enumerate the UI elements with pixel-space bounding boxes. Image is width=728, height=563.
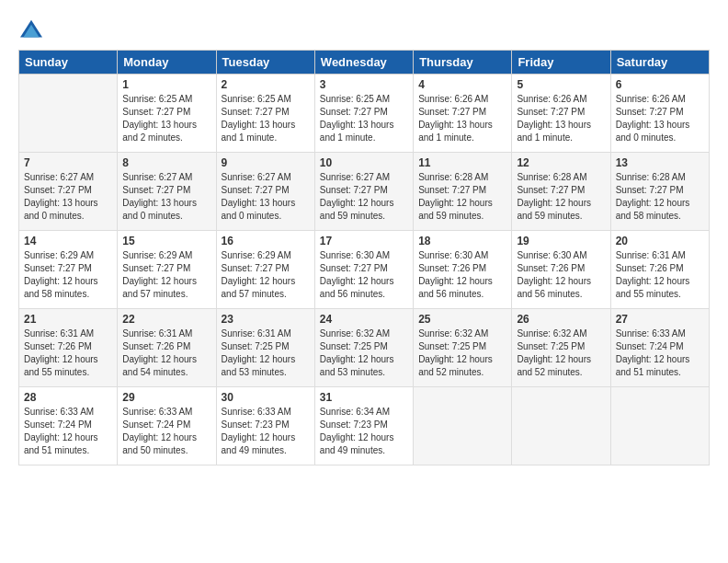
day-info: Sunrise: 6:27 AMSunset: 7:27 PMDaylight:… [122, 171, 210, 223]
day-cell: 30Sunrise: 6:33 AMSunset: 7:23 PMDayligh… [216, 387, 314, 465]
day-number: 20 [616, 235, 704, 247]
week-row-4: 21Sunrise: 6:31 AMSunset: 7:26 PMDayligh… [19, 309, 710, 387]
day-info: Sunrise: 6:27 AMSunset: 7:27 PMDaylight:… [320, 171, 408, 223]
header [18, 18, 710, 40]
day-info: Sunrise: 6:25 AMSunset: 7:27 PMDaylight:… [122, 93, 210, 144]
day-cell: 25Sunrise: 6:32 AMSunset: 7:25 PMDayligh… [414, 309, 512, 387]
day-info: Sunrise: 6:30 AMSunset: 7:27 PMDaylight:… [320, 249, 408, 301]
day-info: Sunrise: 6:33 AMSunset: 7:23 PMDaylight:… [222, 406, 310, 457]
week-row-3: 14Sunrise: 6:29 AMSunset: 7:27 PMDayligh… [19, 231, 710, 309]
day-cell: 3Sunrise: 6:25 AMSunset: 7:27 PMDaylight… [314, 75, 413, 153]
day-cell: 11Sunrise: 6:28 AMSunset: 7:27 PMDayligh… [414, 153, 512, 231]
day-number: 10 [320, 156, 408, 169]
day-cell: 7Sunrise: 6:27 AMSunset: 7:27 PMDaylight… [19, 153, 118, 231]
day-info: Sunrise: 6:27 AMSunset: 7:27 PMDaylight:… [222, 171, 310, 223]
calendar-table: SundayMondayTuesdayWednesdayThursdayFrid… [18, 50, 710, 465]
day-number: 8 [122, 156, 210, 169]
day-cell [19, 75, 118, 153]
day-cell [610, 387, 709, 465]
day-number: 31 [320, 391, 408, 404]
day-cell: 19Sunrise: 6:30 AMSunset: 7:26 PMDayligh… [512, 231, 610, 309]
col-header-sunday: Sunday [19, 51, 118, 75]
day-info: Sunrise: 6:33 AMSunset: 7:24 PMDaylight:… [24, 406, 112, 457]
day-cell: 2Sunrise: 6:25 AMSunset: 7:27 PMDaylight… [216, 75, 314, 153]
day-cell: 22Sunrise: 6:31 AMSunset: 7:26 PMDayligh… [118, 309, 216, 387]
day-cell: 4Sunrise: 6:26 AMSunset: 7:27 PMDaylight… [414, 75, 512, 153]
col-header-monday: Monday [118, 51, 216, 75]
day-number: 28 [24, 391, 112, 404]
day-cell: 1Sunrise: 6:25 AMSunset: 7:27 PMDaylight… [118, 75, 216, 153]
day-info: Sunrise: 6:31 AMSunset: 7:25 PMDaylight:… [222, 327, 310, 379]
day-cell: 15Sunrise: 6:29 AMSunset: 7:27 PMDayligh… [118, 231, 216, 309]
col-header-friday: Friday [512, 51, 610, 75]
day-info: Sunrise: 6:26 AMSunset: 7:27 PMDaylight:… [616, 93, 704, 144]
day-number: 14 [24, 235, 112, 247]
day-cell: 17Sunrise: 6:30 AMSunset: 7:27 PMDayligh… [314, 231, 413, 309]
day-number: 21 [24, 313, 112, 326]
day-number: 2 [222, 78, 310, 91]
day-number: 27 [616, 313, 704, 326]
day-cell: 18Sunrise: 6:30 AMSunset: 7:26 PMDayligh… [414, 231, 512, 309]
day-number: 22 [122, 313, 210, 326]
day-number: 19 [517, 235, 605, 247]
day-info: Sunrise: 6:26 AMSunset: 7:27 PMDaylight:… [418, 93, 506, 144]
day-info: Sunrise: 6:29 AMSunset: 7:27 PMDaylight:… [122, 249, 210, 301]
day-number: 9 [222, 156, 310, 169]
day-cell: 10Sunrise: 6:27 AMSunset: 7:27 PMDayligh… [314, 153, 413, 231]
day-info: Sunrise: 6:31 AMSunset: 7:26 PMDaylight:… [24, 327, 112, 379]
day-info: Sunrise: 6:33 AMSunset: 7:24 PMDaylight:… [616, 327, 704, 379]
day-cell: 8Sunrise: 6:27 AMSunset: 7:27 PMDaylight… [118, 153, 216, 231]
day-info: Sunrise: 6:25 AMSunset: 7:27 PMDaylight:… [320, 93, 408, 144]
day-info: Sunrise: 6:31 AMSunset: 7:26 PMDaylight:… [122, 327, 210, 379]
day-info: Sunrise: 6:30 AMSunset: 7:26 PMDaylight:… [517, 249, 605, 301]
week-row-2: 7Sunrise: 6:27 AMSunset: 7:27 PMDaylight… [19, 153, 710, 231]
day-cell: 13Sunrise: 6:28 AMSunset: 7:27 PMDayligh… [610, 153, 709, 231]
logo [18, 18, 48, 40]
col-header-thursday: Thursday [414, 51, 512, 75]
week-row-5: 28Sunrise: 6:33 AMSunset: 7:24 PMDayligh… [19, 387, 710, 465]
day-number: 4 [418, 78, 506, 91]
header-row: SundayMondayTuesdayWednesdayThursdayFrid… [19, 51, 710, 75]
day-info: Sunrise: 6:26 AMSunset: 7:27 PMDaylight:… [517, 93, 605, 144]
day-number: 11 [418, 156, 506, 169]
day-info: Sunrise: 6:28 AMSunset: 7:27 PMDaylight:… [616, 171, 704, 223]
day-number: 7 [24, 156, 112, 169]
day-number: 13 [616, 156, 704, 169]
day-number: 18 [418, 235, 506, 247]
day-number: 12 [517, 156, 605, 169]
day-cell: 26Sunrise: 6:32 AMSunset: 7:25 PMDayligh… [512, 309, 610, 387]
day-info: Sunrise: 6:29 AMSunset: 7:27 PMDaylight:… [24, 249, 112, 301]
day-info: Sunrise: 6:34 AMSunset: 7:23 PMDaylight:… [320, 406, 408, 457]
day-number: 26 [517, 313, 605, 326]
day-info: Sunrise: 6:29 AMSunset: 7:27 PMDaylight:… [222, 249, 310, 301]
day-info: Sunrise: 6:25 AMSunset: 7:27 PMDaylight:… [222, 93, 310, 144]
day-number: 3 [320, 78, 408, 91]
day-cell: 29Sunrise: 6:33 AMSunset: 7:24 PMDayligh… [118, 387, 216, 465]
col-header-saturday: Saturday [610, 51, 709, 75]
day-info: Sunrise: 6:32 AMSunset: 7:25 PMDaylight:… [418, 327, 506, 379]
day-info: Sunrise: 6:28 AMSunset: 7:27 PMDaylight:… [418, 171, 506, 223]
day-number: 23 [222, 313, 310, 326]
day-cell: 6Sunrise: 6:26 AMSunset: 7:27 PMDaylight… [610, 75, 709, 153]
day-cell: 28Sunrise: 6:33 AMSunset: 7:24 PMDayligh… [19, 387, 118, 465]
day-number: 24 [320, 313, 408, 326]
day-number: 1 [122, 78, 210, 91]
day-cell [414, 387, 512, 465]
day-cell: 24Sunrise: 6:32 AMSunset: 7:25 PMDayligh… [314, 309, 413, 387]
day-info: Sunrise: 6:32 AMSunset: 7:25 PMDaylight:… [517, 327, 605, 379]
day-cell: 20Sunrise: 6:31 AMSunset: 7:26 PMDayligh… [610, 231, 709, 309]
day-info: Sunrise: 6:31 AMSunset: 7:26 PMDaylight:… [616, 249, 704, 301]
col-header-tuesday: Tuesday [216, 51, 314, 75]
day-cell: 23Sunrise: 6:31 AMSunset: 7:25 PMDayligh… [216, 309, 314, 387]
day-cell: 5Sunrise: 6:26 AMSunset: 7:27 PMDaylight… [512, 75, 610, 153]
day-number: 5 [517, 78, 605, 91]
col-header-wednesday: Wednesday [314, 51, 413, 75]
day-cell [512, 387, 610, 465]
day-number: 25 [418, 313, 506, 326]
day-info: Sunrise: 6:27 AMSunset: 7:27 PMDaylight:… [24, 171, 112, 223]
day-number: 15 [122, 235, 210, 247]
day-info: Sunrise: 6:33 AMSunset: 7:24 PMDaylight:… [122, 406, 210, 457]
day-cell: 14Sunrise: 6:29 AMSunset: 7:27 PMDayligh… [19, 231, 118, 309]
day-info: Sunrise: 6:32 AMSunset: 7:25 PMDaylight:… [320, 327, 408, 379]
day-cell: 31Sunrise: 6:34 AMSunset: 7:23 PMDayligh… [314, 387, 413, 465]
